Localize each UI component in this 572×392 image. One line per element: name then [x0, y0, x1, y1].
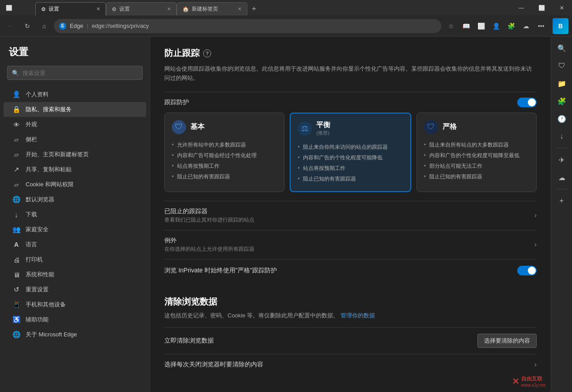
exceptions-desc: 在你选择的站点上允许使用所有跟踪器: [164, 245, 534, 253]
cookies-sidebar-icon: ▱: [12, 181, 20, 188]
sidebar-item-default-browser[interactable]: 🌐 默认浏览器: [4, 192, 146, 207]
basic-item-2: 内容和广告可能会经过个性化处理: [172, 150, 277, 161]
strict-item-1: 阻止来自所有站点的大多数跟踪器: [424, 139, 529, 150]
sidebar-item-cookies[interactable]: ▱ Cookie 和网站权限: [4, 177, 146, 192]
sidebar-item-downloads[interactable]: ↓ 下载: [4, 207, 146, 222]
system-sidebar-icon: 🖥: [12, 271, 20, 279]
clear-now-button[interactable]: 选择要清除的内容: [477, 334, 537, 348]
maximize-button[interactable]: ⬜: [531, 0, 552, 15]
basic-card-title-area: 基本: [190, 122, 205, 132]
sidebar-item-about[interactable]: 🌐 关于 Microsoft Edge: [4, 327, 146, 342]
sidebar-item-language[interactable]: A 语言: [4, 237, 146, 252]
sidebar-item-accessibility[interactable]: ♿ 辅助功能: [4, 312, 146, 327]
blocked-trackers-row[interactable]: 已阻止的跟踪器 查看我们已阻止其对你进行跟踪的站点 ›: [164, 201, 537, 230]
sidebar-item-privacy[interactable]: 🔒 隐私、搜索和服务: [4, 102, 146, 117]
toolbar-separator: [557, 148, 567, 148]
clear-on-close-label: 选择每次关闭浏览器时要清除的内容: [164, 361, 534, 369]
collections-toolbar-btn[interactable]: 📁: [554, 75, 570, 91]
about-sidebar-icon: 🌐: [12, 331, 20, 339]
exceptions-row[interactable]: 例外 在你选择的站点上允许使用所有跟踪器 ›: [164, 230, 537, 259]
track-card-basic[interactable]: 🛡 基本 允许所有站中的大多数跟踪器 内容和广告可能会经过个性化处理 站点将按预…: [164, 113, 284, 192]
share-toolbar-btn[interactable]: ✈: [554, 152, 570, 168]
strict-card-list: 阻止来自所有站点的大多数跟踪器 内容和广告的个性化程度可能降至最低 部分站点可能…: [424, 139, 529, 182]
sidebar-label-family: 家庭安全: [26, 226, 49, 234]
sidebar-item-family[interactable]: 👥 家庭安全: [4, 222, 146, 237]
sidebar-item-system[interactable]: 🖥 系统和性能: [4, 267, 146, 282]
sidebar-label-mobile: 手机和其他设备: [26, 301, 66, 309]
tab-settings-2[interactable]: ⚙ 设置 ✕: [106, 2, 177, 15]
inprivate-toggle[interactable]: [517, 266, 537, 275]
track-card-balanced[interactable]: ⚖ 平衡 (推荐) 阻止来自你尚未访问的站点的跟踪器 内容和广告的个性化程度可能…: [290, 113, 411, 192]
profile-sidebar-icon: 👤: [12, 90, 20, 98]
favorites-icon[interactable]: ☆: [444, 19, 458, 33]
bing-chat-button[interactable]: B: [553, 18, 568, 34]
more-menu-icon[interactable]: •••: [534, 19, 548, 33]
tracking-section: 防止跟踪 ? 网站会使用跟踪器收集你的浏览信息。此信息将用于改进网站服务并向你显…: [164, 47, 537, 282]
balanced-card-title: 平衡: [316, 121, 330, 130]
sidebar-item-startup[interactable]: ▱ 开始、主页和新建标签页: [4, 147, 146, 162]
sidebar-item-appearance[interactable]: 👁 外观: [4, 117, 146, 132]
split-view-icon[interactable]: ⬜: [474, 19, 488, 33]
downloads-toolbar-btn[interactable]: ↓: [554, 128, 570, 144]
reading-mode-icon[interactable]: 📖: [459, 19, 473, 33]
accessibility-sidebar-icon: ♿: [12, 316, 20, 324]
navbar: ← ↻ ⌂ E Edge | edge://settings/privacy ☆…: [0, 15, 572, 37]
minimize-button[interactable]: —: [511, 0, 531, 15]
balanced-item-3: 站点将按预期工作: [298, 163, 403, 173]
search-input[interactable]: [23, 70, 138, 76]
tracking-help-icon[interactable]: ?: [203, 49, 211, 57]
sidebar-item-mobile[interactable]: 📱 手机和其他设备: [4, 297, 146, 312]
address-bar[interactable]: E Edge | edge://settings/privacy: [54, 19, 441, 33]
tab-close-1[interactable]: ✕: [96, 6, 100, 12]
sidebar-label-system: 系统和性能: [26, 271, 54, 279]
shield-toolbar-icon[interactable]: 🛡: [554, 58, 570, 74]
tab-newtab[interactable]: 🏠 新建标签页 ✕: [177, 2, 247, 15]
balanced-card-title-area: 平衡 (推荐): [316, 121, 330, 136]
tab-settings-1[interactable]: ⚙ 设置 ✕: [35, 2, 106, 15]
track-card-strict-header: 🛡 严格: [424, 120, 529, 134]
clear-section-desc: 这包括历史记录、密码、Cookie 等。将仅删除此用户配置中的数据。 管理你的数…: [164, 311, 537, 320]
tab-close-2[interactable]: ✕: [167, 6, 171, 12]
tracking-toggle[interactable]: [517, 98, 537, 107]
history-toolbar-btn[interactable]: 🕐: [554, 111, 570, 127]
tab-icon-2: ⚙: [112, 6, 117, 12]
sidebar-item-profile[interactable]: 👤 个人资料: [4, 87, 146, 102]
exceptions-content: 例外 在你选择的站点上允许使用所有跟踪器: [164, 237, 534, 253]
add-toolbar-btn[interactable]: +: [554, 193, 570, 209]
sidebar-item-sidebar[interactable]: ▱ 侧栏: [4, 132, 146, 147]
balanced-card-icon: ⚖: [298, 121, 312, 136]
sidebar-label-cookies: Cookie 和网站权限: [26, 181, 74, 188]
collections-icon[interactable]: ☁: [519, 19, 533, 33]
extensions-toolbar-btn[interactable]: 🧩: [554, 93, 570, 109]
sidebar-label-privacy: 隐私、搜索和服务: [26, 106, 72, 113]
back-button[interactable]: ←: [4, 19, 18, 33]
sidebar-label-profile: 个人资料: [26, 90, 49, 98]
track-card-strict[interactable]: 🛡 严格 阻止来自所有站点的大多数跟踪器 内容和广告的个性化程度可能降至最低 部…: [417, 113, 537, 192]
tab-close-3[interactable]: ✕: [238, 6, 242, 12]
sidebar-item-reset[interactable]: ↺ 重置设置: [4, 282, 146, 297]
blocked-trackers-desc: 查看我们已阻止其对你进行跟踪的站点: [164, 216, 534, 224]
zoom-button[interactable]: 🔍: [554, 40, 570, 56]
sidebar-label-default-browser: 默认浏览器: [26, 196, 54, 204]
clear-on-close-row[interactable]: 选择每次关闭浏览器时要清除的内容 ›: [164, 354, 537, 375]
clear-now-label: 立即清除浏览数据: [164, 337, 214, 345]
printer-sidebar-icon: 🖨: [12, 256, 20, 264]
tracking-header-row: 跟踪防护: [164, 92, 537, 113]
search-box[interactable]: 🔍: [7, 66, 143, 80]
titlebar: ⬜ ⚙ 设置 ✕ ⚙ 设置 ✕ 🏠 新建标签页 ✕ + — ⬜ ✕: [0, 0, 572, 15]
watermark: ✕ 自由互联 www.x2y.me: [512, 375, 545, 388]
refresh-button[interactable]: ↻: [20, 19, 34, 33]
default-browser-sidebar-icon: 🌐: [12, 196, 20, 204]
sidebar-item-printer[interactable]: 🖨 打印机: [4, 252, 146, 267]
close-button[interactable]: ✕: [552, 0, 572, 15]
new-tab-button[interactable]: +: [247, 2, 261, 15]
strict-card-title: 严格: [443, 122, 457, 132]
manage-data-link[interactable]: 管理你的数据: [341, 312, 375, 319]
sidebar-label-downloads: 下载: [26, 211, 37, 219]
extensions-icon[interactable]: 🧩: [504, 19, 518, 33]
sidebar-sidebar-icon: ▱: [12, 136, 20, 143]
sidebar-item-share[interactable]: ↗ 共享、复制和粘贴: [4, 162, 146, 177]
home-button[interactable]: ⌂: [37, 19, 51, 33]
cloud-toolbar-btn[interactable]: ☁: [554, 170, 570, 185]
profile-icon[interactable]: 👤: [489, 19, 503, 33]
